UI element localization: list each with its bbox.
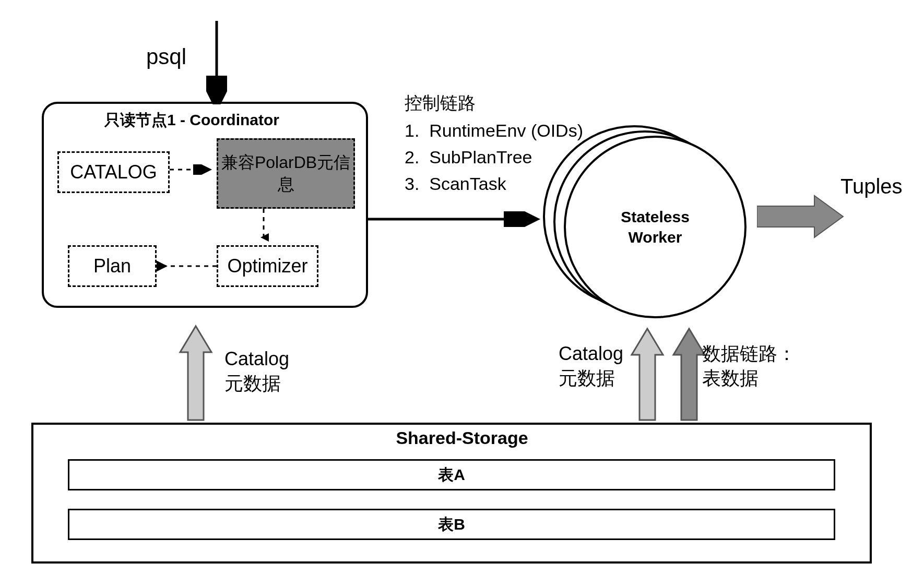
worker-catalog-meta-label: Catalog 元数据 [559, 342, 623, 391]
dp-line1: 数据链路： [702, 342, 796, 366]
shared-storage-title: Shared-Storage [396, 428, 528, 448]
table-b-row: 表B [68, 509, 835, 540]
control-item: SubPlanTree [429, 147, 532, 167]
tuples-label: Tuples [840, 175, 903, 198]
arrow-dashed-left-icon [157, 261, 217, 271]
control-path-title: 控制链路 [405, 91, 476, 115]
polardb-meta-box: 兼容PolarDB元信息 [217, 138, 355, 209]
worker-label: StatelessWorker [621, 207, 690, 247]
catalog-meta-label: Catalog 元数据 [224, 347, 289, 396]
svg-marker-12 [632, 329, 663, 420]
wc-line1: Catalog [559, 342, 623, 366]
wc-line2: 元数据 [559, 366, 623, 391]
svg-marker-11 [180, 326, 211, 420]
arrow-dashed-right-icon [170, 164, 217, 175]
svg-marker-10 [757, 196, 843, 237]
worker-catalog-arrow-icon [629, 326, 666, 423]
table-a-row: 表A [68, 459, 835, 490]
worker-text: StatelessWorker [621, 207, 690, 247]
catalog-line1: Catalog [224, 347, 289, 372]
data-path-label: 数据链路： 表数据 [702, 342, 796, 391]
catalog-line2: 元数据 [224, 372, 289, 396]
plan-box: Plan [68, 245, 157, 287]
architecture-diagram: psql 只读节点1 - Coordinator CATALOG 兼容Polar… [0, 0, 924, 587]
psql-label: psql [146, 44, 186, 69]
arrow-down-icon [206, 21, 227, 104]
catalog-box: CATALOG [57, 151, 170, 193]
arrow-right-icon [368, 211, 546, 227]
control-item: ScanTask [429, 174, 506, 194]
dp-line2: 表数据 [702, 366, 796, 391]
arrow-dashed-down-icon [258, 209, 269, 245]
control-item: RuntimeEnv (OIDs) [429, 121, 583, 140]
worker-circle-front: StatelessWorker [564, 136, 747, 318]
tuples-arrow-icon [757, 193, 846, 240]
svg-marker-13 [673, 329, 705, 420]
catalog-arrow-up-icon [177, 324, 214, 423]
optimizer-box: Optimizer [217, 245, 318, 287]
coordinator-title: 只读节点1 - Coordinator [104, 110, 279, 131]
